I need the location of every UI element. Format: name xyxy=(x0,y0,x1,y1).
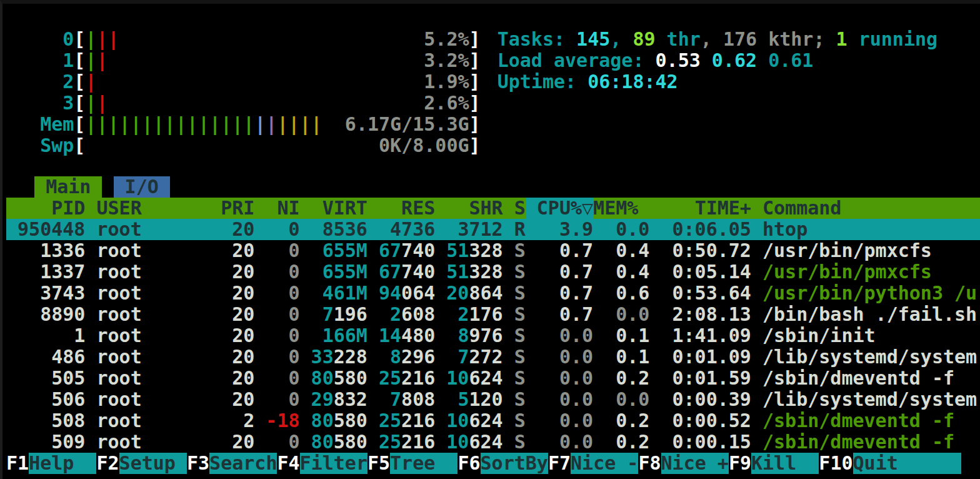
meter-value: 5.2% xyxy=(424,29,469,50)
fkey-f7-nice-[interactable]: F7Nice - xyxy=(548,453,638,474)
cell-ni: 0 xyxy=(254,431,299,453)
process-row-selected[interactable]: 950448root200853647363712R3.90.00:06.05h… xyxy=(6,219,980,240)
meter-column: 0[|||5.2%]1[||3.2%]2[|1.9%]3[||2.6%]Mem[… xyxy=(6,29,481,156)
cell-res: 25216 xyxy=(368,410,435,431)
text-segment: 0.53 xyxy=(656,49,712,71)
cell-mem: 0.1 xyxy=(593,346,649,368)
process-row[interactable]: 508root2-18805802521610624S0.00.20:00.52… xyxy=(6,410,980,431)
cell-cpu: 3.9 xyxy=(526,219,593,240)
meter-bars: | xyxy=(85,71,424,93)
text-segment: 580 xyxy=(334,368,368,389)
cell-shr: 20864 xyxy=(435,283,502,304)
text-segment: Uptime: xyxy=(498,71,588,93)
process-row[interactable]: 8890root200719626082176S0.70.02:08.13/bi… xyxy=(6,304,980,325)
fkey-f9-kill[interactable]: F9Kill xyxy=(729,453,819,474)
process-table-header: PIDUSERPRINIVIRTRESSHRSCPU%▽MEM%TIME+Com… xyxy=(6,198,980,219)
cell-user: root xyxy=(96,240,209,261)
cell-time: 0:00.52 xyxy=(649,410,751,431)
fkey-f10-quit[interactable]: F10Quit xyxy=(819,453,961,474)
text-segment: , xyxy=(610,28,632,50)
column-header-s[interactable]: S xyxy=(503,198,526,219)
column-header-pri[interactable]: PRI xyxy=(209,198,254,219)
cell-pri: 2 xyxy=(209,410,254,431)
cell-shr: 51328 xyxy=(435,261,502,283)
text-segment: 33 xyxy=(311,346,334,368)
text-segment: 25 xyxy=(379,431,401,453)
cell-mem: 0.4 xyxy=(593,240,649,261)
cell-time: 0:05.14 xyxy=(649,261,751,283)
text-segment: , 176 kthr; xyxy=(701,28,836,50)
meter-label: 2 xyxy=(6,71,74,93)
column-header-cmd[interactable]: Command xyxy=(762,198,980,219)
column-header-time[interactable]: TIME+ xyxy=(649,198,751,219)
cell-cmd: /sbin/init xyxy=(762,325,980,346)
meter-value: 6.17G/15.3G xyxy=(345,114,469,135)
meter-bar: | xyxy=(108,29,119,50)
meter-value: 3.2% xyxy=(424,50,469,71)
text-segment: 580 xyxy=(334,410,368,431)
text-segment: 14 xyxy=(379,325,401,346)
cell-pid: 950448 xyxy=(6,219,85,240)
meter-bar: | xyxy=(198,114,209,135)
fkey-f8-nice-[interactable]: F8Nice + xyxy=(638,453,728,474)
tab-i-o[interactable]: I/O xyxy=(114,176,170,198)
meter-bars: || xyxy=(85,50,424,71)
cell-virt: 655M xyxy=(300,240,368,261)
tab-main[interactable]: Main xyxy=(34,176,102,198)
cell-s: R xyxy=(503,219,526,240)
column-header-virt[interactable]: VIRT xyxy=(300,198,368,219)
cell-mem: 0.2 xyxy=(593,410,649,431)
cell-res: 67740 xyxy=(368,261,435,283)
text-segment: 580 xyxy=(334,431,368,453)
column-header-pid[interactable]: PID xyxy=(6,198,85,219)
fkey-f3-search[interactable]: F3Search xyxy=(187,453,277,474)
fkey-f6-sortby[interactable]: F6SortBy xyxy=(458,453,548,474)
column-header-shr[interactable]: SHR xyxy=(435,198,502,219)
cpu-meter-2: 2[|1.9%] xyxy=(6,71,481,93)
text-segment: 216 xyxy=(401,431,435,453)
cell-cpu: 0.7 xyxy=(526,283,593,304)
process-row[interactable]: 1337root200655M6774051328S0.70.40:05.14/… xyxy=(6,261,980,283)
text-segment: 7 xyxy=(458,346,469,368)
text-segment: 8536 xyxy=(322,219,368,240)
fkey-f4-filter[interactable]: F4Filter xyxy=(277,453,367,474)
cell-time: 0:50.72 xyxy=(649,240,751,261)
cell-cmd: htop xyxy=(762,219,980,240)
process-row[interactable]: 486root2003322882967272S0.00.10:01.09/li… xyxy=(6,346,980,368)
meter-close-bracket: ] xyxy=(469,71,481,93)
fkey-label: SortBy xyxy=(481,453,548,474)
text-segment: Load average: xyxy=(498,49,656,71)
column-header-user[interactable]: USER xyxy=(96,198,209,219)
meter-value: 1.9% xyxy=(424,71,469,93)
fkey-label: Help xyxy=(29,453,96,474)
cell-user: root xyxy=(96,368,209,389)
cell-shr: 10624 xyxy=(435,410,502,431)
text-segment: 2 xyxy=(390,304,401,325)
process-row[interactable]: 1root200166M144808976S0.00.11:41.09/sbin… xyxy=(6,325,980,346)
cell-virt: 80580 xyxy=(300,410,368,431)
cell-s: S xyxy=(503,304,526,325)
column-header-mem[interactable]: MEM% xyxy=(593,198,649,219)
process-row[interactable]: 505root200805802521610624S0.00.20:01.59/… xyxy=(6,368,980,389)
cell-pid: 1 xyxy=(6,325,85,346)
meter-bars: ||| xyxy=(85,29,424,50)
cell-pid: 508 xyxy=(6,410,85,431)
fkey-key: F8 xyxy=(638,453,661,474)
text-segment: 94 xyxy=(379,283,401,304)
fkey-key: F4 xyxy=(277,453,299,474)
process-row[interactable]: 509root200805802521610624S0.00.20:00.15/… xyxy=(6,431,980,453)
column-header-res[interactable]: RES xyxy=(368,198,435,219)
process-row[interactable]: 1336root200655M6774051328S0.70.40:50.72/… xyxy=(6,240,980,261)
cell-cpu: 0.0 xyxy=(526,389,593,410)
fkey-f1-help[interactable]: F1Help xyxy=(6,453,96,474)
process-row[interactable]: 3743root200461M9406420864S0.70.60:53.64/… xyxy=(6,283,980,304)
text-segment: 5 xyxy=(458,389,469,410)
cell-user: root xyxy=(96,304,209,325)
fkey-f5-tree[interactable]: F5Tree xyxy=(368,453,458,474)
column-header-ni[interactable]: NI xyxy=(254,198,299,219)
process-row[interactable]: 506root2002983278085120S0.00.00:00.39/li… xyxy=(6,389,980,410)
column-header-cpu[interactable]: CPU%▽ xyxy=(526,198,593,219)
text-segment: 624 xyxy=(469,431,502,453)
cell-s: S xyxy=(503,410,526,431)
fkey-f2-setup[interactable]: F2Setup xyxy=(96,453,186,474)
